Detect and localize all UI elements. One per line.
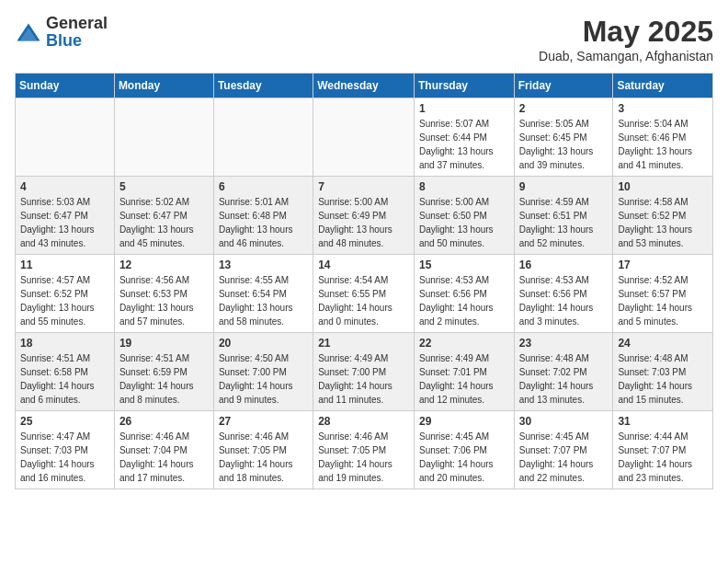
calendar-cell: 26Sunrise: 4:46 AMSunset: 7:04 PMDayligh… bbox=[114, 411, 213, 489]
calendar-cell: 31Sunrise: 4:44 AMSunset: 7:07 PMDayligh… bbox=[613, 411, 713, 489]
calendar-cell: 25Sunrise: 4:47 AMSunset: 7:03 PMDayligh… bbox=[16, 411, 115, 489]
calendar-cell: 16Sunrise: 4:53 AMSunset: 6:56 PMDayligh… bbox=[514, 255, 613, 333]
day-number: 29 bbox=[419, 415, 509, 428]
day-detail: Sunrise: 4:57 AMSunset: 6:52 PMDaylight:… bbox=[20, 273, 109, 328]
day-detail: Sunrise: 4:48 AMSunset: 7:02 PMDaylight:… bbox=[519, 351, 609, 407]
day-detail: Sunrise: 4:58 AMSunset: 6:52 PMDaylight:… bbox=[618, 195, 708, 250]
weekday-header: Sunday bbox=[16, 74, 115, 98]
day-number: 17 bbox=[618, 259, 708, 271]
calendar-cell: 22Sunrise: 4:49 AMSunset: 7:01 PMDayligh… bbox=[414, 333, 514, 411]
day-number: 9 bbox=[519, 180, 609, 193]
calendar-table: SundayMondayTuesdayWednesdayThursdayFrid… bbox=[15, 73, 713, 489]
day-number: 11 bbox=[20, 259, 109, 271]
calendar-cell: 19Sunrise: 4:51 AMSunset: 6:59 PMDayligh… bbox=[114, 333, 213, 411]
day-detail: Sunrise: 4:56 AMSunset: 6:53 PMDaylight:… bbox=[119, 273, 209, 328]
calendar-subtitle: Duab, Samangan, Afghanistan bbox=[539, 49, 713, 63]
calendar-cell: 6Sunrise: 5:01 AMSunset: 6:48 PMDaylight… bbox=[213, 177, 313, 255]
day-number: 18 bbox=[20, 337, 109, 350]
calendar-cell: 8Sunrise: 5:00 AMSunset: 6:50 PMDaylight… bbox=[414, 177, 514, 255]
day-number: 28 bbox=[318, 415, 409, 428]
day-number: 8 bbox=[419, 180, 509, 193]
calendar-cell: 12Sunrise: 4:56 AMSunset: 6:53 PMDayligh… bbox=[114, 255, 213, 333]
day-detail: Sunrise: 4:48 AMSunset: 7:03 PMDaylight:… bbox=[618, 351, 708, 407]
calendar-cell: 20Sunrise: 4:50 AMSunset: 7:00 PMDayligh… bbox=[213, 333, 313, 411]
calendar-cell: 27Sunrise: 4:46 AMSunset: 7:05 PMDayligh… bbox=[213, 411, 313, 489]
calendar-cell: 17Sunrise: 4:52 AMSunset: 6:57 PMDayligh… bbox=[613, 255, 713, 333]
weekday-header: Saturday bbox=[613, 74, 713, 98]
page-header: General Blue May 2025 Duab, Samangan, Af… bbox=[15, 15, 713, 63]
day-detail: Sunrise: 4:53 AMSunset: 6:56 PMDaylight:… bbox=[419, 273, 509, 328]
calendar-week-row: 1Sunrise: 5:07 AMSunset: 6:44 PMDaylight… bbox=[16, 98, 713, 177]
day-number: 3 bbox=[618, 102, 708, 115]
calendar-week-row: 25Sunrise: 4:47 AMSunset: 7:03 PMDayligh… bbox=[16, 411, 713, 489]
day-number: 5 bbox=[119, 180, 209, 193]
weekday-header: Tuesday bbox=[213, 74, 313, 98]
calendar-cell: 21Sunrise: 4:49 AMSunset: 7:00 PMDayligh… bbox=[313, 333, 415, 411]
logo-text-blue: Blue bbox=[46, 31, 82, 50]
day-detail: Sunrise: 4:59 AMSunset: 6:51 PMDaylight:… bbox=[519, 195, 609, 250]
calendar-cell: 29Sunrise: 4:45 AMSunset: 7:06 PMDayligh… bbox=[414, 411, 514, 489]
day-detail: Sunrise: 4:55 AMSunset: 6:54 PMDaylight:… bbox=[219, 273, 308, 328]
day-detail: Sunrise: 4:49 AMSunset: 7:01 PMDaylight:… bbox=[419, 351, 509, 407]
calendar-cell: 10Sunrise: 4:58 AMSunset: 6:52 PMDayligh… bbox=[613, 177, 713, 255]
day-detail: Sunrise: 4:47 AMSunset: 7:03 PMDaylight:… bbox=[20, 430, 109, 485]
day-number: 24 bbox=[618, 337, 708, 350]
calendar-title: May 2025 bbox=[539, 15, 713, 49]
logo-icon bbox=[15, 22, 42, 42]
day-detail: Sunrise: 5:00 AMSunset: 6:49 PMDaylight:… bbox=[318, 195, 409, 250]
calendar-cell: 2Sunrise: 5:05 AMSunset: 6:45 PMDaylight… bbox=[514, 98, 613, 177]
calendar-cell: 14Sunrise: 4:54 AMSunset: 6:55 PMDayligh… bbox=[313, 255, 415, 333]
day-detail: Sunrise: 5:02 AMSunset: 6:47 PMDaylight:… bbox=[119, 195, 209, 250]
day-number: 31 bbox=[618, 415, 708, 428]
day-detail: Sunrise: 4:49 AMSunset: 7:00 PMDaylight:… bbox=[318, 351, 409, 407]
day-number: 14 bbox=[318, 259, 409, 271]
day-detail: Sunrise: 5:01 AMSunset: 6:48 PMDaylight:… bbox=[219, 195, 308, 250]
weekday-header: Friday bbox=[514, 74, 613, 98]
day-detail: Sunrise: 4:46 AMSunset: 7:05 PMDaylight:… bbox=[219, 430, 308, 485]
calendar-week-row: 18Sunrise: 4:51 AMSunset: 6:58 PMDayligh… bbox=[16, 333, 713, 411]
calendar-header-row: SundayMondayTuesdayWednesdayThursdayFrid… bbox=[16, 74, 713, 98]
calendar-cell: 30Sunrise: 4:45 AMSunset: 7:07 PMDayligh… bbox=[514, 411, 613, 489]
calendar-cell: 11Sunrise: 4:57 AMSunset: 6:52 PMDayligh… bbox=[16, 255, 115, 333]
calendar-cell: 13Sunrise: 4:55 AMSunset: 6:54 PMDayligh… bbox=[213, 255, 313, 333]
day-detail: Sunrise: 4:52 AMSunset: 6:57 PMDaylight:… bbox=[618, 273, 708, 328]
day-number: 10 bbox=[618, 180, 708, 193]
day-number: 1 bbox=[419, 102, 509, 115]
day-detail: Sunrise: 4:50 AMSunset: 7:00 PMDaylight:… bbox=[219, 351, 308, 407]
calendar-cell: 4Sunrise: 5:03 AMSunset: 6:47 PMDaylight… bbox=[16, 177, 115, 255]
day-detail: Sunrise: 5:07 AMSunset: 6:44 PMDaylight:… bbox=[419, 117, 509, 172]
day-detail: Sunrise: 4:53 AMSunset: 6:56 PMDaylight:… bbox=[519, 273, 609, 328]
day-detail: Sunrise: 4:51 AMSunset: 6:58 PMDaylight:… bbox=[20, 351, 109, 407]
calendar-week-row: 11Sunrise: 4:57 AMSunset: 6:52 PMDayligh… bbox=[16, 255, 713, 333]
calendar-cell: 1Sunrise: 5:07 AMSunset: 6:44 PMDaylight… bbox=[414, 98, 514, 177]
weekday-header: Monday bbox=[114, 74, 213, 98]
day-number: 27 bbox=[219, 415, 308, 428]
logo: General Blue bbox=[15, 15, 108, 50]
calendar-cell: 3Sunrise: 5:04 AMSunset: 6:46 PMDaylight… bbox=[613, 98, 713, 177]
day-number: 25 bbox=[20, 415, 109, 428]
day-number: 13 bbox=[219, 259, 308, 271]
weekday-header: Wednesday bbox=[313, 74, 415, 98]
day-detail: Sunrise: 5:03 AMSunset: 6:47 PMDaylight:… bbox=[20, 195, 109, 250]
calendar-week-row: 4Sunrise: 5:03 AMSunset: 6:47 PMDaylight… bbox=[16, 177, 713, 255]
calendar-cell bbox=[114, 98, 213, 177]
day-number: 23 bbox=[519, 337, 609, 350]
calendar-cell: 15Sunrise: 4:53 AMSunset: 6:56 PMDayligh… bbox=[414, 255, 514, 333]
day-number: 2 bbox=[519, 102, 609, 115]
calendar-cell: 9Sunrise: 4:59 AMSunset: 6:51 PMDaylight… bbox=[514, 177, 613, 255]
day-detail: Sunrise: 4:54 AMSunset: 6:55 PMDaylight:… bbox=[318, 273, 409, 328]
day-detail: Sunrise: 4:45 AMSunset: 7:07 PMDaylight:… bbox=[519, 430, 609, 485]
calendar-cell: 28Sunrise: 4:46 AMSunset: 7:05 PMDayligh… bbox=[313, 411, 415, 489]
day-number: 4 bbox=[20, 180, 109, 193]
day-detail: Sunrise: 4:45 AMSunset: 7:06 PMDaylight:… bbox=[419, 430, 509, 485]
day-detail: Sunrise: 4:46 AMSunset: 7:04 PMDaylight:… bbox=[119, 430, 209, 485]
calendar-cell: 7Sunrise: 5:00 AMSunset: 6:49 PMDaylight… bbox=[313, 177, 415, 255]
day-number: 21 bbox=[318, 337, 409, 350]
day-number: 15 bbox=[419, 259, 509, 271]
day-detail: Sunrise: 4:44 AMSunset: 7:07 PMDaylight:… bbox=[618, 430, 708, 485]
day-detail: Sunrise: 4:46 AMSunset: 7:05 PMDaylight:… bbox=[318, 430, 409, 485]
day-detail: Sunrise: 5:00 AMSunset: 6:50 PMDaylight:… bbox=[419, 195, 509, 250]
day-number: 20 bbox=[219, 337, 308, 350]
day-number: 7 bbox=[318, 180, 409, 193]
day-detail: Sunrise: 5:05 AMSunset: 6:45 PMDaylight:… bbox=[519, 117, 609, 172]
